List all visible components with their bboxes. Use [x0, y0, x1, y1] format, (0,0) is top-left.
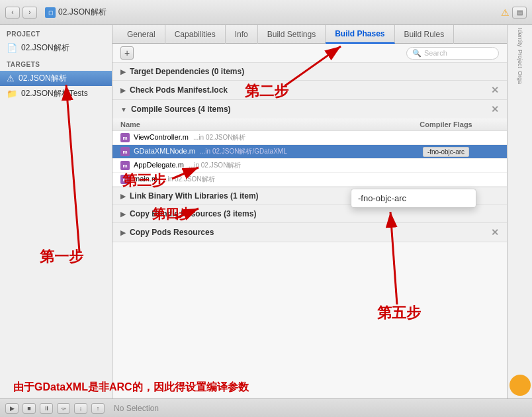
step-into-button[interactable]: ↓	[74, 403, 87, 414]
phase-copy-bundle: ▶ Copy Bundle Resources (3 items)	[112, 205, 507, 223]
close-phase-button[interactable]: ✕	[491, 227, 499, 238]
table-row[interactable]: m GDataXMLNode.m ...in 02.JSON解析/GDataXM…	[112, 145, 507, 159]
phase-target-dependencies-header[interactable]: ▶ Target Dependencies (0 items)	[112, 63, 507, 80]
bottom-bar: ▶ ■ ⏸ ⤼ ↓ ↑ No Selection	[0, 398, 532, 417]
stop-button[interactable]: ■	[22, 403, 36, 414]
inspector-toggle[interactable]: ▤	[512, 7, 527, 19]
collapse-icon: ▼	[120, 106, 127, 113]
collapse-icon: ▶	[120, 68, 126, 75]
step-out-button[interactable]: ↑	[91, 403, 105, 414]
sidebar-target1[interactable]: ⚠ 02.JSON解析	[0, 71, 112, 86]
step-over-button[interactable]: ⤼	[57, 403, 70, 414]
content-area: General Capabilities Info Build Settings…	[112, 25, 507, 398]
tab-info[interactable]: Info	[226, 25, 258, 44]
collapse-icon: ▶	[120, 229, 126, 236]
target2-icon: 📁	[7, 89, 17, 99]
file-type-icon: m	[120, 147, 130, 156]
files-table-header: Name Compiler Flags	[112, 118, 507, 131]
pause-button[interactable]: ⏸	[40, 403, 53, 414]
sidebar-project-item[interactable]: 📄 02.JSON解析	[0, 40, 112, 56]
back-button[interactable]: ‹	[5, 7, 20, 19]
collapse-icon: ▶	[120, 87, 126, 94]
close-phase-button[interactable]: ✕	[491, 104, 499, 115]
forward-button[interactable]: ›	[22, 7, 37, 19]
phase-compile-sources: ▼ Compile Sources (4 items) ✕ Name Compi…	[112, 100, 507, 187]
org-label: Orga	[517, 71, 523, 84]
toolbar-title: ◻ 02.JSON解析	[45, 7, 107, 18]
project-header: PROJECT	[0, 25, 112, 40]
tab-general[interactable]: General	[118, 25, 165, 44]
tab-build-rules[interactable]: Build Rules	[395, 25, 455, 44]
toolbar-right: ⚠ ▤	[501, 7, 527, 19]
close-phase-button[interactable]: ✕	[491, 85, 499, 95]
file-type-icon: m	[120, 133, 130, 142]
main-layout: PROJECT 📄 02.JSON解析 TARGETS ⚠ 02.JSON解析 …	[0, 25, 532, 398]
no-selection-text: No Selection	[114, 404, 159, 413]
tab-build-phases[interactable]: Build Phases	[326, 25, 394, 44]
flags-badge[interactable]: -fno-objc-arc	[423, 147, 469, 157]
targets-header: TARGETS	[0, 56, 112, 71]
target1-icon: ⚠	[7, 73, 15, 83]
phase-copy-pods-header[interactable]: ▶ Copy Pods Resources ✕	[112, 223, 507, 242]
tab-capabilities[interactable]: Capabilities	[165, 25, 226, 44]
file-type-icon: m	[120, 161, 130, 170]
tab-bar: General Capabilities Info Build Settings…	[112, 25, 507, 44]
phase-check-pods-header[interactable]: ▶ Check Pods Manifest.lock ✕	[112, 81, 507, 99]
build-content: + 🔍 Search ▶ Target Dependencies (0 item…	[112, 44, 507, 398]
search-icon: 🔍	[412, 49, 421, 58]
project-label: Project	[517, 50, 523, 68]
toolbar: ‹ › ◻ 02.JSON解析 ⚠ ▤	[0, 0, 532, 25]
sidebar-target2[interactable]: 📁 02.JSON解析Tests	[0, 86, 112, 101]
tab-build-settings[interactable]: Build Settings	[258, 25, 326, 44]
identity-label: Identity	[517, 28, 523, 47]
table-row[interactable]: m main.m ...in 02.JSON解析	[112, 173, 507, 187]
file-type-icon: m	[120, 175, 130, 184]
warning-icon: ⚠	[501, 7, 510, 18]
phase-check-pods: ▶ Check Pods Manifest.lock ✕	[112, 81, 507, 100]
right-panel: Identity Project Orga	[507, 25, 532, 398]
table-row[interactable]: m AppDelegate.m ...in 02.JSON解析	[112, 159, 507, 173]
phase-compile-sources-header[interactable]: ▼ Compile Sources (4 items) ✕	[112, 100, 507, 118]
compile-sources-content: Name Compiler Flags m ViewController.m .…	[112, 118, 507, 187]
phase-copy-pods: ▶ Copy Pods Resources ✕	[112, 223, 507, 242]
table-row[interactable]: m ViewController.m ...in 02.JSON解析	[112, 131, 507, 145]
collapse-icon: ▶	[120, 193, 126, 200]
run-button[interactable]: ▶	[5, 403, 19, 414]
action-bar: + 🔍 Search	[112, 44, 507, 63]
add-phase-button[interactable]: +	[120, 46, 134, 60]
file-icon: ◻	[45, 7, 56, 18]
project-icon: 📄	[7, 43, 17, 53]
phase-target-dependencies: ▶ Target Dependencies (0 items)	[112, 63, 507, 81]
collapse-icon: ▶	[120, 210, 126, 218]
sidebar: PROJECT 📄 02.JSON解析 TARGETS ⚠ 02.JSON解析 …	[0, 25, 112, 398]
flags-popup: -fno-objc-arc	[351, 189, 476, 208]
search-box[interactable]: 🔍 Search	[406, 47, 499, 60]
